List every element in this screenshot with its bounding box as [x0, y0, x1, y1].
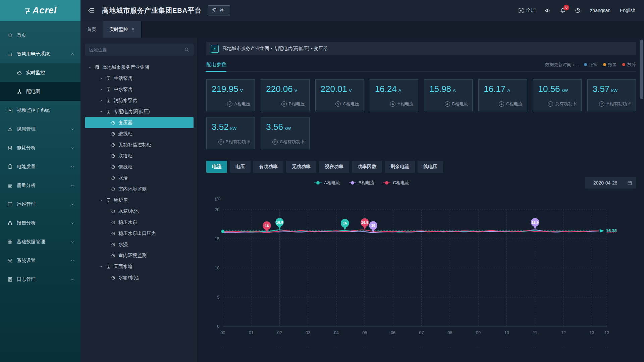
card-unit: kW [611, 88, 618, 93]
view-tab-1[interactable]: 实时监控✕ [103, 21, 142, 38]
switch-button[interactable]: 切 换 [208, 5, 230, 15]
chart-tab-4[interactable]: 视在功率 [319, 161, 349, 173]
gauge-icon [111, 242, 116, 247]
caret-down-icon [70, 146, 74, 150]
phase-letter-icon: P [218, 139, 224, 145]
tree-caret-icon[interactable] [99, 199, 103, 202]
building-icon [106, 98, 111, 103]
legend-item-0[interactable]: A相电流 [314, 180, 340, 186]
tree-node-15[interactable]: 稳压水泵出口压力 [85, 228, 194, 239]
close-icon[interactable]: ✕ [131, 27, 135, 32]
legend-item-2[interactable]: C相电流 [383, 180, 409, 186]
card-label: AB相电流 [445, 101, 468, 107]
legend-marker [383, 181, 390, 185]
card-value: 3.57 [593, 84, 610, 94]
chart-tab-0[interactable]: 电流 [206, 161, 227, 173]
acrel-logo: Acrel [0, 0, 80, 21]
sidebar-item-7[interactable]: 运维管理 [0, 195, 80, 214]
tree-caret-icon[interactable] [99, 88, 103, 91]
tree-node-3[interactable]: 消防水泵房 [85, 95, 194, 106]
tree-node-2[interactable]: 中水泵房 [85, 84, 194, 95]
tree-node-6[interactable]: 进线柜 [85, 128, 194, 139]
location-tree-panel: 高地城市服务产业集团生活泵房中水泵房消防水泵房专配电房(高低压)变压器进线柜无功… [80, 38, 198, 362]
tree-node-16[interactable]: 水浸 [85, 239, 194, 250]
chart-tab-5[interactable]: 功率因数 [352, 161, 382, 173]
content-row: 高地城市服务产业集团生活泵房中水泵房消防水泵房专配电房(高低压)变压器进线柜无功… [80, 38, 644, 362]
svg-text:20: 20 [215, 207, 219, 212]
sidebar-item-11[interactable]: 日志管理 [0, 270, 80, 289]
svg-text:··: ·· [420, 346, 423, 350]
notifications-button[interactable]: 0 [560, 8, 566, 13]
svg-text:16.9: 16.9 [361, 220, 368, 224]
chart-tab-3[interactable]: 无功功率 [286, 161, 316, 173]
tree-node-12[interactable]: 锅炉房 [85, 195, 194, 206]
tree-node-13[interactable]: 水箱/水池 [85, 206, 194, 217]
tree-node-1[interactable]: 生活泵房 [85, 73, 194, 84]
sidebar-item-8[interactable]: 报告分析 [0, 214, 80, 232]
svg-text:05: 05 [362, 330, 367, 335]
legend-item-1[interactable]: B相电流 [349, 180, 375, 186]
sidebar-item-10[interactable]: 系统设置 [0, 251, 80, 270]
sidebar-item-1[interactable]: 智慧用电子系统 [0, 45, 80, 63]
chart-tab-7[interactable]: 线电压 [418, 161, 443, 173]
main-panel: 高地城市服务产业集团 - 专配电房(高低压) - 变压器 配电参数 数据更新时间… [198, 38, 644, 362]
sidebar-item-4[interactable]: 能耗分析 [0, 139, 80, 157]
search-input[interactable] [89, 47, 184, 52]
equalizer-icon [7, 145, 13, 151]
username[interactable]: zhangsan [590, 8, 610, 13]
building-icon [95, 65, 100, 70]
tree-node-9[interactable]: 馈线柜 [85, 161, 194, 172]
menu-fold-icon[interactable] [88, 7, 95, 14]
phase-letter-icon: P [272, 139, 278, 145]
tree-node-7[interactable]: 无功补偿控制柜 [85, 139, 194, 150]
tab-bar: 首页实时监控✕ [80, 21, 644, 38]
tree-caret-icon[interactable] [99, 265, 103, 268]
chart-tab-2[interactable]: 有功功率 [253, 161, 283, 173]
status-dot [603, 63, 606, 66]
tree-node-11[interactable]: 室内环境监测 [85, 184, 194, 195]
tree-caret-icon[interactable] [99, 110, 103, 113]
sidebar-item-9[interactable]: 基础数据管理 [0, 232, 80, 251]
gauge-icon [111, 209, 116, 214]
tree-node-8[interactable]: 联络柜 [85, 150, 194, 161]
chart-tab-6[interactable]: 剩余电流 [385, 161, 415, 173]
sidebar-item-0[interactable]: 首页 [0, 26, 80, 45]
param-card-7: 3.57kWPA相有功功率 [587, 79, 636, 111]
sidebar-subitem-1-1[interactable]: 配电图 [0, 82, 80, 101]
card-unit: A [398, 88, 401, 93]
page-title: 高地城市服务产业集团EBA平台 [102, 6, 202, 15]
fullscreen-button[interactable]: 全屏 [518, 7, 535, 13]
tree-node-17[interactable]: 室内环境监测 [85, 250, 194, 261]
svg-text:··: ·· [505, 346, 508, 350]
gauge-icon [111, 231, 116, 236]
tree-node-18[interactable]: 天面水箱 [85, 261, 194, 272]
param-card-9: 3.56kWPC相有功功率 [261, 117, 309, 149]
tree-caret-icon[interactable] [88, 66, 92, 69]
language-switch[interactable]: English [620, 8, 635, 13]
vertical-scrollbar[interactable] [640, 40, 643, 99]
sidebar-item-2[interactable]: 视频监控子系统 [0, 101, 80, 120]
sidebar-subitem-1-0[interactable]: 实时监控 [0, 63, 80, 82]
sidebar-item-3[interactable]: 隐患管理 [0, 120, 80, 139]
status-item-2: 故障 [622, 62, 636, 68]
help-button[interactable] [575, 8, 581, 13]
tree-node-4[interactable]: 专配电房(高低压) [85, 106, 194, 117]
tree-caret-icon[interactable] [99, 99, 103, 102]
view-tab-0[interactable]: 首页 [80, 21, 103, 38]
sidebar-item-6[interactable]: 需量分析 [0, 176, 80, 195]
chart-tab-1[interactable]: 电压 [230, 161, 251, 173]
date-picker[interactable]: 2020-04-28 [585, 177, 636, 189]
phase-letter-icon: P [599, 101, 604, 107]
tree-node-14[interactable]: 稳压水泵 [85, 217, 194, 228]
phase-letter-icon: A [445, 101, 450, 107]
tree-caret-icon[interactable] [99, 77, 103, 80]
mute-button[interactable] [545, 8, 550, 13]
tree-node-10[interactable]: 水浸 [85, 172, 194, 184]
card-value: 3.52 [212, 122, 229, 132]
sidebar-item-5[interactable]: 电能质量 [0, 157, 80, 176]
tree-node-5[interactable]: 变压器 [85, 117, 194, 128]
tree-node-0[interactable]: 高地城市服务产业集团 [85, 62, 194, 73]
location-tree: 高地城市服务产业集团生活泵房中水泵房消防水泵房专配电房(高低压)变压器进线柜无功… [85, 62, 194, 283]
tree-node-19[interactable]: 水箱/水池 [85, 272, 194, 283]
tab-power-params[interactable]: 配电参数 [206, 61, 226, 68]
